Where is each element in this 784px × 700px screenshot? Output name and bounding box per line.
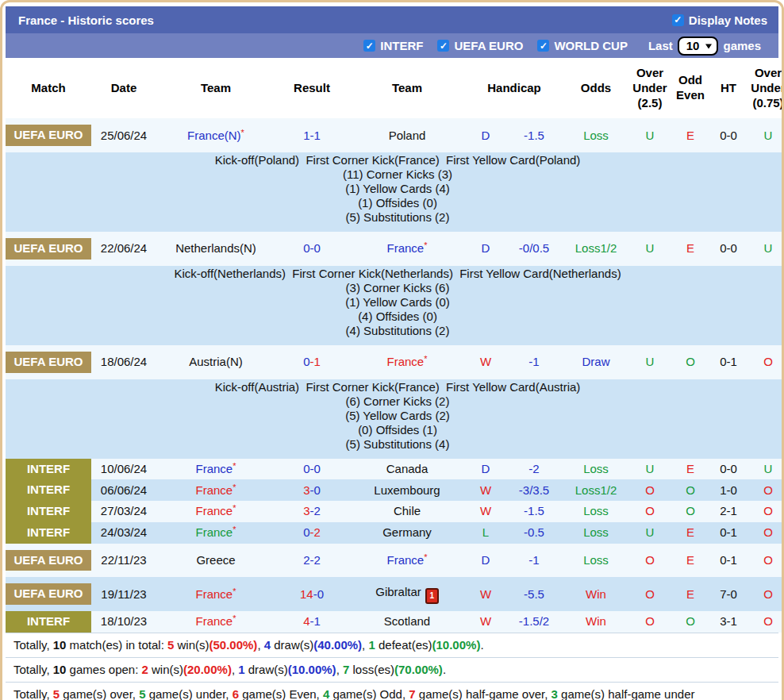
note-line: (3) Corner Kicks (6) [13, 281, 782, 295]
ht-cell: 0-0 [710, 232, 747, 266]
col-handicap: Handicap [466, 58, 563, 118]
match-competition-cell: INTERF [6, 479, 91, 501]
filter-bar: INTERF UEFA EURO WORLD CUP Last 10 games [6, 33, 778, 58]
result-cell: 14-0 [275, 577, 348, 611]
odds-cell: Loss [563, 501, 629, 522]
note-line: (0) Offsides (1) [13, 423, 782, 437]
team-name: Gibraltar [375, 585, 421, 598]
team-name: Poland [389, 129, 426, 142]
over-under-25-cell: U [629, 459, 671, 480]
followed-star-icon: * [233, 587, 236, 596]
last-games-value: 10 [686, 39, 700, 52]
table-header: Match Date Team Result Team Handicap Odd… [6, 58, 784, 118]
col-result: Result [275, 58, 348, 118]
date-cell: 22/11/23 [91, 544, 156, 578]
chevron-down-icon [705, 44, 712, 48]
home-score: 0 [303, 355, 309, 368]
handicap-cell: -1 [505, 544, 563, 578]
ht-cell: 3-1 [710, 611, 747, 633]
summary-text: (10.00%) [432, 638, 481, 652]
match-notes-row: Kick-off(Netherlands) First Corner Kick(… [6, 266, 784, 345]
away-score: -2 [310, 553, 321, 567]
team-name: Germany [382, 525, 432, 539]
uefa-euro-label: UEFA EURO [454, 39, 523, 52]
competition-badge: UEFA EURO [6, 352, 91, 373]
competition-badge: UEFA EURO [6, 550, 91, 571]
team-name: Luxembourg [374, 483, 440, 497]
summary-text: 2 [142, 663, 148, 676]
summary-text: draw(s) [271, 638, 313, 652]
followed-star-icon: * [233, 613, 236, 623]
odds-cell: Loss [563, 544, 629, 578]
odd-even-cell: O [671, 345, 710, 379]
col-match: Match [6, 58, 91, 118]
home-score: 2 [303, 553, 309, 567]
world-cup-checkbox[interactable] [537, 40, 549, 52]
over-under-075-cell: O [747, 501, 784, 522]
over-under-25-cell: U [629, 345, 671, 379]
summary-text: 10 [53, 638, 67, 652]
odd-even-cell: E [671, 232, 710, 266]
display-notes-toggle[interactable]: Display Notes [672, 13, 767, 27]
odd-even-cell: E [671, 459, 710, 480]
away-score: -0 [310, 483, 321, 497]
away-team-cell: France* [348, 345, 466, 379]
note-line: (5) Substitutions (2) [13, 210, 782, 225]
summary-text: game(s) over, [60, 687, 139, 700]
over-under-25-cell: O [629, 611, 671, 633]
col-away-team: Team [348, 58, 466, 118]
home-team-cell: France* [156, 611, 275, 633]
last-label: Last [648, 39, 673, 52]
over-under-075-cell: O [747, 479, 784, 501]
interf-checkbox[interactable] [363, 40, 375, 52]
display-notes-checkbox[interactable] [672, 14, 684, 26]
summary-text: (50.00%) [209, 638, 258, 652]
last-games-select[interactable]: 10 [678, 37, 719, 56]
filter-interf[interactable]: INTERF [363, 39, 423, 52]
over-under-075-cell: O [747, 345, 784, 379]
summary-text: , [336, 663, 343, 676]
filter-uefa-euro[interactable]: UEFA EURO [437, 39, 523, 52]
handicap-cell: -1.5/2 [505, 611, 563, 633]
note-line: (4) Substitutions (2) [13, 324, 782, 338]
odds-cell: Draw [563, 345, 629, 379]
summary-text: Totally, [13, 687, 53, 700]
home-score: 0 [303, 462, 309, 475]
outcome-cell: W [466, 479, 505, 501]
summary-text: draw(s) [245, 663, 288, 676]
summary-text: game(s) Even, [239, 687, 323, 700]
match-competition-cell: UEFA EURO [6, 544, 91, 578]
interf-label: INTERF [380, 39, 423, 52]
summary-text: defeat(es) [375, 638, 432, 652]
away-team-cell: Canada [348, 459, 466, 480]
away-score: -2 [310, 525, 321, 539]
date-cell: 25/06/24 [91, 118, 156, 152]
historic-scores-widget: France - Historic scores Display Notes I… [0, 0, 784, 700]
outcome-cell: W [466, 577, 505, 611]
handicap-cell: -0/0.5 [505, 232, 563, 266]
filter-world-cup[interactable]: WORLD CUP [537, 39, 628, 52]
followed-star-icon: * [424, 354, 427, 363]
note-line: (5) Yellow Cards (2) [13, 409, 782, 423]
uefa-euro-checkbox[interactable] [437, 40, 449, 52]
summary-text: (70.00%) [394, 663, 443, 676]
summary-text: loss(es) [349, 663, 394, 676]
over-under-075-cell: U [747, 118, 784, 152]
followed-star-icon: * [424, 240, 427, 250]
summary-text: (10.00%) [288, 663, 336, 676]
odds-cell: Loss [563, 522, 629, 544]
team-name: France [196, 504, 233, 517]
outcome-cell: D [466, 544, 505, 578]
home-team-cell: Austria(N) [156, 345, 275, 379]
games-label: games [723, 39, 761, 52]
over-under-075-cell: U [747, 459, 784, 480]
home-score: 3 [303, 504, 309, 517]
over-under-075-cell: O [747, 577, 784, 611]
summary-text: 7 [409, 687, 415, 700]
note-line: (1) Yellow Cards (0) [13, 295, 782, 310]
competition-badge: INTERF [6, 459, 91, 480]
ht-cell: 1-0 [710, 479, 747, 501]
odd-even-cell: E [671, 544, 710, 578]
world-cup-label: WORLD CUP [554, 39, 628, 52]
odds-cell: Win [563, 577, 629, 611]
